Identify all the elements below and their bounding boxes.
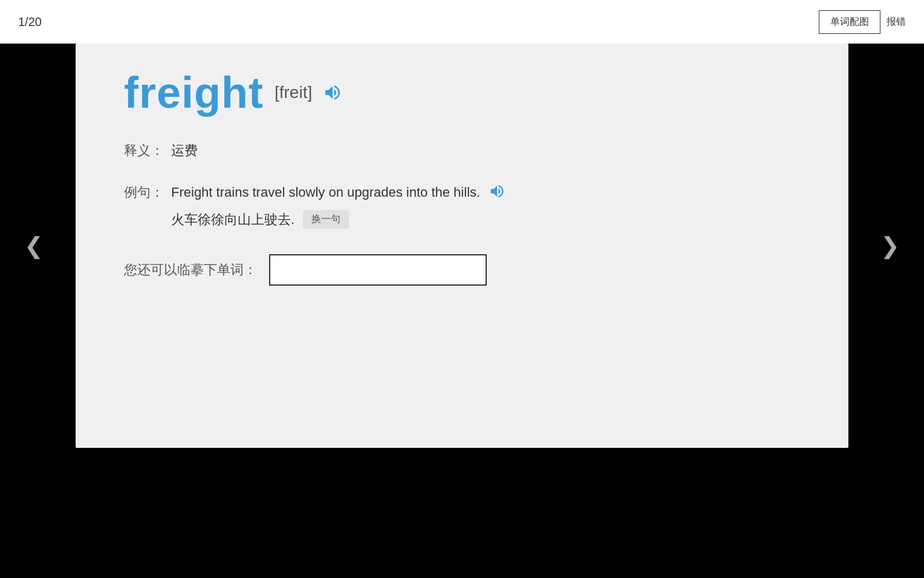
bottom-bar [0, 448, 924, 578]
example-english: Freight trains travel slowly on upgrades… [171, 182, 506, 203]
prev-arrow-button[interactable]: ❮ [18, 226, 50, 265]
copy-row: 您还可以临摹下单词： [124, 254, 800, 286]
report-error-button[interactable]: 报错 [887, 16, 906, 28]
example-content: Freight trains travel slowly on upgrades… [171, 182, 506, 230]
copy-label: 您还可以临摹下单词： [124, 261, 257, 279]
word-image-button[interactable]: 单词配图 [819, 10, 880, 34]
definition-label: 释义： [124, 142, 164, 160]
next-arrow-button[interactable]: ❯ [874, 226, 906, 265]
definition-text: 运费 [171, 142, 198, 160]
left-chevron-icon: ❮ [24, 232, 44, 259]
word-phonetic: [freit] [275, 83, 312, 102]
change-sentence-button[interactable]: 换一句 [303, 210, 349, 229]
example-en-text: Freight trains travel slowly on upgrades… [171, 182, 480, 203]
example-row: 例句： Freight trains travel slowly on upgr… [124, 182, 800, 230]
main-content-card: freight [freit] 释义： 运费 例句： Freight train… [76, 44, 848, 448]
right-chevron-icon: ❯ [880, 232, 900, 259]
pronounce-word-button[interactable] [323, 83, 342, 102]
word-header: freight [freit] [124, 68, 800, 117]
top-right-actions: 单词配图 报错 [819, 10, 906, 34]
example-chinese: 火车徐徐向山上驶去. 换一句 [171, 209, 506, 230]
copy-word-input[interactable] [269, 254, 487, 286]
pronounce-example-button[interactable] [489, 183, 506, 202]
definition-row: 释义： 运费 [124, 142, 800, 160]
example-zh-text: 火车徐徐向山上驶去. [171, 209, 294, 230]
example-label: 例句： [124, 182, 164, 203]
speaker-icon [323, 83, 342, 102]
top-bar: 1/20 单词配图 报错 [0, 0, 924, 44]
speaker-example-icon [489, 183, 506, 200]
word-title: freight [124, 68, 264, 117]
page-counter: 1/20 [18, 15, 42, 29]
